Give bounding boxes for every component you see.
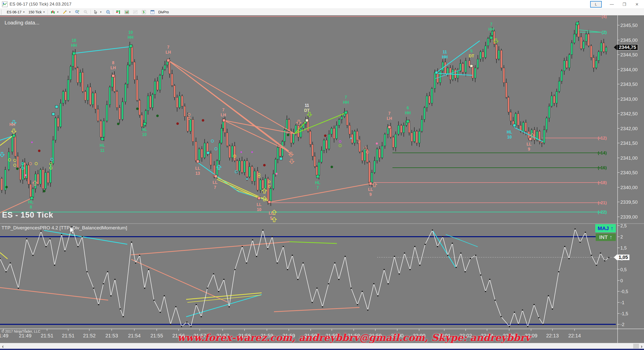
chart-canvas[interactable]: (4)(2)(-12)(-14)(-16)(-18)(-21)(-22)18HH…	[0, 0, 644, 350]
price-tick-label: 2343,50	[620, 82, 638, 87]
signal-dot	[376, 143, 378, 145]
candle-body	[106, 105, 108, 121]
oscillator-marker	[509, 326, 510, 327]
oscillator-marker	[252, 239, 253, 240]
cursor-tool-button[interactable]: ▼	[92, 9, 104, 15]
swing-square	[207, 152, 210, 154]
candle-body	[262, 180, 264, 189]
candle-body	[152, 94, 153, 108]
candle-body	[241, 161, 243, 172]
level-label: (-14)	[598, 151, 607, 155]
chart-style-button[interactable]: ▼	[49, 9, 61, 15]
oscillator-marker	[46, 246, 47, 247]
chart-style-icon	[50, 10, 55, 14]
candle-body	[384, 134, 386, 146]
swing-square	[316, 175, 319, 178]
toolbar-grip[interactable]	[1, 10, 4, 14]
indicators-button[interactable]	[123, 9, 131, 15]
candle-body	[346, 112, 348, 125]
signal-dot	[287, 134, 289, 136]
interval-selector[interactable]: 150 Tick▼	[27, 9, 47, 15]
divpro-menu[interactable]: DivPro	[157, 10, 169, 14]
candle-body	[45, 172, 46, 189]
candle-body	[517, 114, 519, 125]
signal-dot	[202, 119, 204, 122]
candle-body	[576, 24, 577, 34]
level-label: (-21)	[598, 200, 607, 205]
zoom-in-icon: +	[74, 10, 79, 14]
candle-body	[374, 161, 375, 172]
int-badge-label: INT	[599, 234, 608, 240]
candle-body	[176, 97, 178, 108]
oscillator-marker	[501, 316, 502, 317]
candle-body	[288, 119, 290, 131]
candle-body	[498, 50, 500, 59]
candle-body	[77, 68, 78, 83]
candle-body	[583, 41, 584, 49]
minimize-button[interactable]: —	[606, 1, 617, 8]
down-arrow-icon	[297, 120, 301, 125]
instrument-selector[interactable]: ES 06-17▼	[5, 9, 27, 15]
oscillator-marker	[548, 295, 549, 296]
chart-trader-button[interactable]	[114, 9, 123, 15]
up-arrow-icon	[372, 182, 377, 187]
candle-body	[37, 174, 39, 184]
candle-body	[321, 150, 322, 162]
candle-body	[349, 125, 350, 134]
oscillator-marker	[452, 243, 453, 244]
signal-dot	[350, 137, 352, 139]
horizontal-scrollbar[interactable]: ‹ ›	[0, 343, 644, 349]
trend-line	[168, 60, 292, 155]
maj-divergence-badge[interactable]: MAJ ↑	[595, 224, 616, 232]
trend-line	[74, 47, 131, 53]
oscillator-marker	[175, 306, 176, 307]
candle-body	[336, 125, 337, 139]
zoom-out-icon	[83, 10, 88, 14]
oscillator-marker	[394, 256, 395, 257]
restore-button[interactable]: ❐	[619, 1, 630, 8]
candle-body	[585, 34, 587, 41]
candle-body	[600, 43, 602, 52]
scrollbar-thumb[interactable]	[633, 344, 639, 348]
oscillator-marker	[110, 295, 111, 296]
trend-line	[198, 162, 239, 192]
scroll-left-icon[interactable]: ‹	[2, 343, 4, 349]
swing-square	[130, 45, 132, 48]
oscillator-marker	[575, 228, 576, 229]
time-tick-label: 21:51	[41, 333, 53, 338]
chart-toolbar: ES 06-17▼ 150 Tick▼ ▼ ▼ +	[0, 9, 644, 15]
candle-body	[341, 117, 342, 120]
candle-body	[192, 119, 194, 142]
price-tick-label: 2341,00	[620, 155, 638, 161]
data-box-button[interactable]	[104, 9, 112, 15]
candle-body	[571, 43, 573, 55]
svg-text:+: +	[78, 10, 79, 12]
swing-square	[55, 106, 58, 108]
zoom-in-button[interactable]: +	[73, 9, 81, 15]
zoom-out-button[interactable]	[81, 9, 90, 15]
candle-body	[32, 189, 34, 197]
oscillator-marker	[357, 304, 358, 305]
candle-body	[195, 142, 197, 161]
oscillator-marker	[218, 291, 219, 292]
maj-badge-label: MAJ	[598, 225, 609, 231]
level-label: (-22)	[598, 210, 607, 215]
trend-line	[269, 184, 371, 202]
int-divergence-badge[interactable]: INT ↑	[596, 233, 616, 241]
swing-label: 11DT	[304, 103, 310, 113]
scroll-right-icon[interactable]: ›	[641, 343, 642, 349]
report-button[interactable]	[148, 9, 157, 15]
oscillator-marker	[98, 304, 99, 305]
account-performance-button[interactable]: $	[140, 9, 148, 15]
candle-body	[392, 137, 394, 148]
candle-body	[398, 125, 399, 134]
candle-body	[249, 167, 250, 177]
osc-overlay-line	[131, 259, 228, 302]
link-button[interactable]: L	[590, 1, 602, 8]
drawing-tools-button[interactable]: ▼	[61, 9, 73, 15]
candle-body	[431, 89, 433, 103]
level-label: (-18)	[598, 180, 607, 185]
close-button[interactable]: ✕	[631, 1, 642, 8]
candle-body	[379, 149, 380, 158]
line-chart-button[interactable]	[131, 9, 140, 15]
